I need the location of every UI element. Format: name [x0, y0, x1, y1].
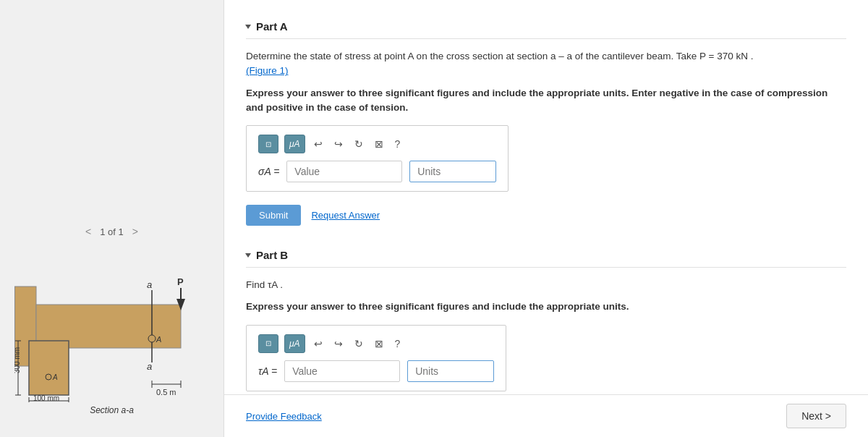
part-b-bold-instruction: Express your answer to three significant… — [246, 300, 846, 314]
svg-rect-22 — [29, 341, 69, 395]
part-b-header[interactable]: Part B — [246, 243, 846, 268]
part-b-answer-box: ⊡ μA ↩ ↪ ↻ ⊠ ? τA = — [246, 325, 506, 391]
keyboard-icon-a[interactable]: ⊠ — [372, 137, 386, 151]
mu-button-b[interactable]: μA — [284, 334, 305, 353]
svg-text:a: a — [147, 279, 152, 290]
undo-icon-a[interactable]: ↩ — [311, 137, 326, 151]
part-a-header[interactable]: Part A — [246, 14, 846, 39]
right-panel: Part A Determine the state of stress at … — [224, 0, 868, 437]
refresh-icon-a[interactable]: ↻ — [352, 137, 366, 151]
part-a-answer-row: σA = — [258, 161, 496, 182]
undo-icon-b[interactable]: ↩ — [311, 336, 326, 351]
part-a-triangle — [245, 25, 251, 29]
part-b-title: Part B — [256, 249, 288, 261]
beam-figure: a a P A 0.5 m 100 — [14, 236, 210, 402]
figure-navigation[interactable]: < 1 of 1 > — [82, 224, 141, 239]
next-figure-button[interactable]: > — [129, 224, 141, 239]
part-a-submit-button[interactable]: Submit — [246, 205, 301, 226]
prev-figure-button[interactable]: < — [82, 224, 94, 239]
matrix-button-b[interactable]: ⊡ — [258, 334, 278, 353]
figure-link[interactable]: (Figure 1) — [246, 65, 289, 76]
provide-feedback-button[interactable]: Provide Feedback — [246, 411, 322, 422]
part-a-units-input[interactable] — [409, 161, 496, 182]
part-a-action-row: Submit Request Answer — [246, 205, 846, 226]
svg-text:300 mm: 300 mm — [14, 347, 21, 373]
part-a-value-input[interactable] — [286, 161, 402, 182]
help-icon-a[interactable]: ? — [392, 137, 404, 151]
svg-point-16 — [148, 335, 156, 342]
section-label: Section a-a — [90, 405, 134, 415]
part-a-section: Part A Determine the state of stress at … — [246, 14, 846, 226]
part-b-answer-row: τA = — [258, 360, 494, 382]
redo-icon-b[interactable]: ↪ — [331, 336, 346, 351]
svg-text:A: A — [156, 335, 161, 344]
next-button[interactable]: Next > — [786, 404, 846, 428]
part-a-bold-instruction: Express your answer to three significant… — [246, 86, 846, 116]
part-a-title: Part A — [256, 20, 288, 33]
part-a-answer-box: ⊡ μA ↩ ↪ ↻ ⊠ ? σA = — [246, 125, 509, 192]
part-a-request-answer-button[interactable]: Request Answer — [311, 210, 380, 221]
figure-container: a a P A 0.5 m 100 — [14, 236, 210, 415]
part-a-toolbar: ⊡ μA ↩ ↪ ↻ ⊠ ? — [258, 135, 496, 153]
svg-point-31 — [46, 374, 51, 380]
part-b-value-input[interactable] — [284, 360, 400, 382]
part-b-label: τA = — [258, 365, 277, 377]
svg-text:a: a — [147, 361, 152, 372]
svg-text:0.5 m: 0.5 m — [156, 388, 176, 396]
footer: Provide Feedback Next > — [224, 394, 868, 437]
keyboard-icon-b[interactable]: ⊠ — [372, 336, 386, 351]
svg-text:A: A — [52, 373, 58, 381]
svg-text:P: P — [177, 276, 184, 287]
part-a-instruction: Determine the state of stress at point A… — [246, 49, 846, 79]
part-b-find-text: Find τA . — [246, 278, 846, 292]
figure-panel: < 1 of 1 > a a P — [0, 0, 224, 437]
refresh-icon-b[interactable]: ↻ — [352, 336, 366, 351]
redo-icon-a[interactable]: ↪ — [331, 137, 346, 151]
mu-button-a[interactable]: μA — [284, 135, 305, 153]
part-b-triangle — [245, 253, 251, 258]
help-icon-b[interactable]: ? — [392, 336, 404, 351]
part-b-toolbar: ⊡ μA ↩ ↪ ↻ ⊠ ? — [258, 334, 494, 353]
part-b-units-input[interactable] — [407, 360, 494, 382]
svg-text:100 mm: 100 mm — [33, 394, 59, 402]
matrix-button-a[interactable]: ⊡ — [258, 135, 278, 153]
content-area: Part A Determine the state of stress at … — [224, 0, 868, 437]
figure-counter: 1 of 1 — [100, 226, 124, 237]
part-a-label: σA = — [258, 166, 279, 177]
